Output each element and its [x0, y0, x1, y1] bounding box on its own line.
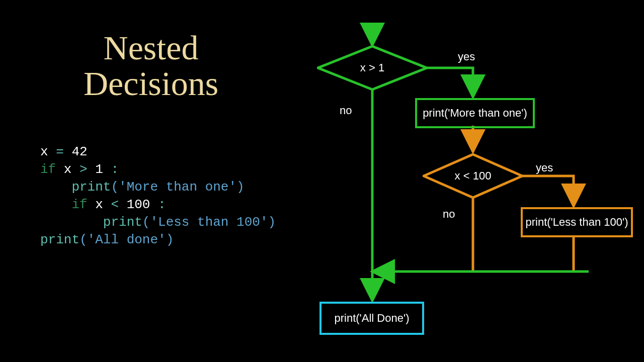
- decision-x-lt-100: x < 100: [423, 153, 523, 199]
- code-token: 100: [119, 197, 158, 212]
- code-token: x: [40, 144, 48, 159]
- code-block: x = 42 if x > 1 : print('More than one')…: [40, 143, 276, 249]
- process-print-all-done: print('All Done'): [319, 302, 424, 335]
- code-token: ('All done'): [79, 232, 174, 247]
- code-token: :: [158, 197, 166, 212]
- decision-label: x > 1: [317, 45, 428, 90]
- code-token: if: [40, 197, 88, 212]
- decision-label: x < 100: [423, 153, 523, 199]
- code-token: print: [40, 215, 142, 230]
- code-token: print: [40, 232, 79, 247]
- code-token: print: [40, 179, 111, 195]
- code-token: ('Less than 100'): [142, 215, 276, 230]
- branch-label-no: no: [443, 208, 455, 221]
- process-label: print('Less than 100'): [525, 216, 628, 229]
- process-print-less-than-100: print('Less than 100'): [521, 207, 633, 237]
- code-token: =: [48, 144, 72, 159]
- branch-label-yes: yes: [536, 161, 553, 174]
- branch-label-yes: yes: [458, 50, 475, 63]
- process-label: print('More than one'): [423, 107, 527, 120]
- code-token: x: [56, 162, 79, 177]
- code-token: ('More than one'): [111, 179, 244, 195]
- decision-x-gt-1: x > 1: [317, 45, 428, 90]
- code-token: >: [79, 162, 88, 177]
- title-line-2: Decisions: [84, 64, 218, 103]
- code-token: <: [111, 197, 119, 212]
- code-token: if: [40, 162, 56, 177]
- process-label: print('All Done'): [334, 312, 409, 325]
- code-token: x: [88, 197, 111, 212]
- code-token: 42: [71, 144, 87, 159]
- code-token: 1: [88, 162, 111, 177]
- branch-label-no: no: [340, 104, 352, 117]
- slide-root: Nested Decisions x = 42 if x > 1 : print…: [0, 0, 644, 362]
- title-line-1: Nested: [104, 29, 199, 67]
- slide-title: Nested Decisions: [30, 30, 272, 102]
- process-print-more-than-one: print('More than one'): [415, 98, 535, 128]
- code-token: :: [111, 162, 119, 177]
- flowchart: x > 1 yes no print('More than one') x < …: [292, 0, 644, 362]
